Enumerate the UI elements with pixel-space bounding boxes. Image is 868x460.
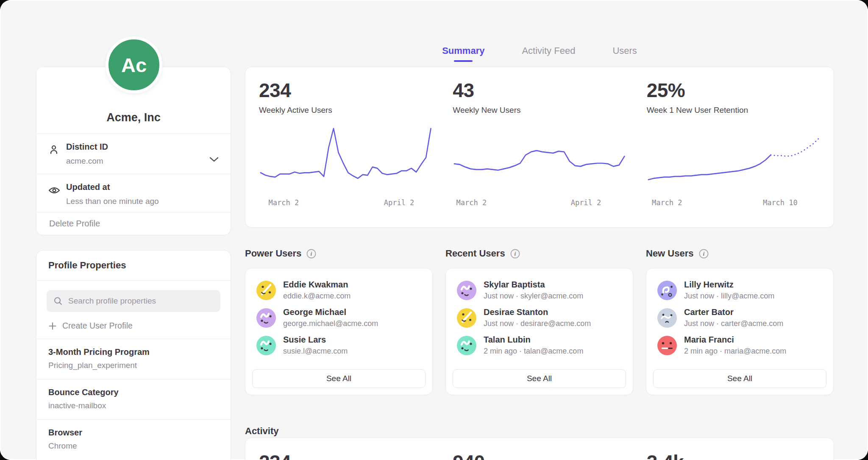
field-value: Less than one minute ago [66, 197, 205, 206]
user-name: Maria Franci [684, 335, 786, 345]
chevron-down-icon[interactable] [209, 156, 220, 164]
svg-text:i: i [703, 251, 704, 257]
user-name: Carter Bator [684, 307, 783, 317]
property-label: Browser [48, 428, 219, 438]
list-item[interactable]: Susie Larssusie.l@acme.com [256, 335, 421, 356]
stat-weekly-active-users: 234Weekly Active UsersMarch 2April 2 [259, 79, 432, 215]
user-name: Desirae Stanton [484, 307, 591, 317]
see-all-button[interactable]: See All [252, 369, 426, 388]
list-title: Recent Users [445, 248, 505, 259]
company-name: Acme, Inc [106, 111, 161, 124]
profile-properties-card: Profile Properties Create User Profile 3… [36, 250, 231, 460]
x-axis-label: March 2 [269, 198, 299, 207]
field-value: acme.com [66, 156, 205, 166]
list-item[interactable]: Desirae StantonJust now · desirare@acme.… [457, 307, 622, 328]
active-tab-underline [454, 60, 473, 62]
user-list-card: Skylar BaptistaJust now · skyler@acme.co… [445, 268, 633, 395]
stat-number: 3.4k [647, 451, 820, 460]
field-label: Updated at [66, 182, 205, 192]
list-header-new-users: New Usersi [646, 247, 834, 260]
see-all-button[interactable]: See All [453, 369, 626, 388]
activity-stat: 234 [259, 451, 432, 460]
user-text: Lilly HerwitzJust now · lilly@acme.com [684, 280, 774, 301]
tab-summary[interactable]: Summary [442, 45, 484, 62]
tab-users[interactable]: Users [612, 45, 637, 62]
avatar [457, 336, 476, 355]
line-chart [259, 125, 432, 195]
chart-x-axis: March 2April 2 [453, 198, 626, 209]
user-name: George Michael [283, 307, 378, 317]
plus-icon [48, 322, 57, 330]
list-item[interactable]: Lilly HerwitzJust now · lilly@acme.com [657, 280, 822, 301]
property-label: Bounce Category [48, 388, 219, 397]
avatar [256, 308, 276, 328]
stat-week-1-new-user-retention: 25%Week 1 New User RetentionMarch 2March… [647, 79, 820, 215]
search-icon [53, 296, 63, 306]
property-value: Pricing_plan_experiment [48, 361, 219, 370]
field-label: Distinct ID [66, 142, 205, 152]
x-axis-label: March 2 [652, 198, 682, 207]
info-icon[interactable]: i [510, 249, 520, 259]
x-axis-label: March 10 [763, 198, 798, 207]
user-subtext: Just now · skyler@acme.com [484, 292, 583, 301]
avatar [657, 308, 677, 328]
user-name: Eddie Kwakman [283, 280, 351, 290]
activity-stat: 940 [453, 451, 626, 460]
user-name: Skylar Baptista [484, 280, 583, 290]
delete-profile-button[interactable]: Delete Profile [36, 212, 231, 234]
property-label: 3-Month Pricing Program [48, 347, 219, 357]
list-header-power-users: Power Usersi [245, 247, 433, 260]
avatar [256, 336, 276, 355]
user-text: Carter BatorJust now · carter@acme.com [684, 307, 783, 328]
info-icon[interactable]: i [306, 249, 316, 259]
stat-number: 234 [259, 79, 432, 102]
create-user-profile-label: Create User Profile [62, 321, 133, 331]
profile-field-updated-at: Updated atLess than one minute ago [36, 174, 231, 212]
activity-heading: Activity [245, 426, 278, 437]
search-input[interactable] [67, 296, 214, 306]
see-all-button[interactable]: See All [653, 369, 826, 388]
tab-activity-feed[interactable]: Activity Feed [522, 45, 575, 62]
profile-field-distinct-id: Distinct IDacme.com [36, 134, 231, 174]
user-list-card: Lilly HerwitzJust now · lilly@acme.comCa… [646, 268, 834, 395]
profile-properties-title: Profile Properties [36, 251, 231, 281]
list-item[interactable]: Carter BatorJust now · carter@acme.com [657, 307, 822, 328]
user-text: Skylar BaptistaJust now · skyler@acme.co… [484, 280, 583, 301]
x-axis-label: April 2 [384, 198, 415, 207]
chart-x-axis: March 2March 10 [647, 198, 820, 209]
create-user-profile-button[interactable]: Create User Profile [48, 321, 219, 331]
list-item[interactable]: Skylar BaptistaJust now · skyler@acme.co… [457, 280, 622, 301]
user-subtext: eddie.k@acme.com [283, 292, 351, 301]
user-list-power-users: Power UsersiEddie Kwakmaneddie.k@acme.co… [245, 247, 433, 395]
avatar [457, 281, 476, 300]
svg-text:i: i [514, 251, 516, 257]
app-window: Ac Acme, Inc Distinct IDacme.comUpdated … [0, 0, 868, 460]
avatar [256, 281, 276, 300]
list-item[interactable]: George Michaelgeorge.michael@acme.com [256, 307, 421, 328]
user-text: Talan Lubin2 min ago · talan@acme.com [484, 335, 583, 356]
user-list-new-users: New UsersiLilly HerwitzJust now · lilly@… [646, 247, 834, 395]
user-subtext: 2 min ago · talan@acme.com [484, 347, 583, 356]
user-text: Desirae StantonJust now · desirare@acme.… [484, 307, 591, 328]
avatar [657, 336, 677, 355]
list-item[interactable]: Eddie Kwakmaneddie.k@acme.com [256, 280, 421, 301]
property-row-browser[interactable]: BrowserChrome [36, 419, 231, 460]
list-item[interactable]: Maria Franci2 min ago · maria@acme.com [657, 335, 822, 356]
summary-card: 234Weekly Active UsersMarch 2April 243We… [245, 67, 834, 228]
company-avatar-initials: Ac [121, 53, 147, 77]
list-item[interactable]: Talan Lubin2 min ago · talan@acme.com [457, 335, 622, 356]
list-title: New Users [646, 248, 694, 259]
line-chart [453, 125, 626, 195]
x-axis-label: April 2 [571, 198, 601, 207]
profile-properties-search[interactable] [47, 290, 220, 312]
stat-label: Weekly Active Users [259, 106, 432, 115]
property-value: inactive-mailbox [48, 401, 219, 410]
x-axis-label: March 2 [456, 198, 487, 207]
activity-stat: 3.4k [647, 451, 820, 460]
person-icon [48, 144, 60, 157]
user-subtext: Just now · lilly@acme.com [684, 292, 774, 301]
info-icon[interactable]: i [699, 249, 709, 259]
property-row-bounce-category[interactable]: Bounce Categoryinactive-mailbox [36, 379, 231, 419]
stat-number: 43 [453, 79, 626, 102]
property-row-3-month-pricing-program[interactable]: 3-Month Pricing ProgramPricing_plan_expe… [36, 339, 231, 379]
